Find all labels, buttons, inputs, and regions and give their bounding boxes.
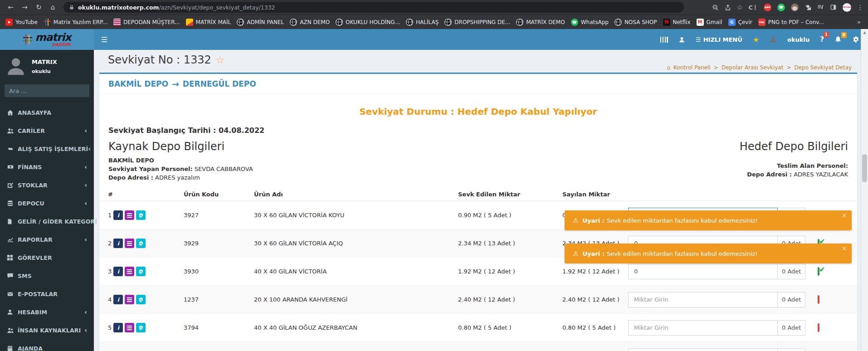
bookmark-admin-panel[interactable]: ADMİN PANEL [237,19,284,26]
scrollbar-up-icon[interactable]: ▲ [861,29,868,36]
address-bar[interactable]: okuklu.matrixotoerp.com/azn/Sevkiyat/dep… [63,2,684,13]
bookmark-whatsapp[interactable]: WhatsApp [571,19,609,26]
quick-menu-button[interactable]: ☰HIZLI MENÜ [696,36,742,43]
qty-input[interactable] [628,264,778,279]
sidebar-item-epostalar[interactable]: E-POSTALAR [0,285,94,303]
header-username[interactable]: okuklu [787,36,809,43]
toast-close-icon[interactable]: × [841,211,847,219]
warning-icon: ⚠ [573,217,579,224]
sidebar-item-anasayfa[interactable]: ANASAYFA [0,103,94,122]
bookmark-youtube[interactable]: YouTube [5,19,38,26]
info-button[interactable]: i [113,239,123,248]
sidebar-item-gelir-gider[interactable]: GELİR / GİDER KATEGORİ [0,212,94,230]
page-scrollbar[interactable]: ▲ [861,29,868,351]
col-code: Ürün Kodu [184,191,254,198]
sidebar-item-gorevler[interactable]: GÖREVLER [0,249,94,267]
bookmark-matrix-erp[interactable]: Matrix Yazılım ERP... [44,19,107,26]
sidebar-item-alis-satis[interactable]: ALIŞ SATIŞ İŞLEMLERİ‹ [0,140,94,158]
list-button[interactable] [125,323,134,332]
sidebar-item-insan-kaynaklari[interactable]: İNSAN KAYNAKLARI‹ [0,321,94,339]
sidebar-item-raporlar[interactable]: RAPORLAR‹ [0,230,94,249]
settings-gears-icon[interactable] [852,36,860,43]
sync-button[interactable] [136,239,146,248]
list-button[interactable] [125,239,134,248]
bookmark-okuklu-holding[interactable]: OKUKLU HOLDİNG... [336,19,400,26]
sidebar-item-stoklar[interactable]: STOKLAR‹ [0,176,94,194]
back-icon[interactable]: ← [5,0,17,15]
extension-c-icon[interactable]: C⋮ [748,4,758,11]
breadcrumb-item[interactable]: Kontrol Paneli [673,64,711,71]
share-icon[interactable] [725,4,731,11]
bookmark-png-to-pdf[interactable]: PNG to PDF – Conv... [758,19,824,26]
puzzle-extensions-icon[interactable] [805,4,811,11]
sync-button[interactable] [136,323,146,332]
monkey-extension-icon[interactable] [791,4,799,11]
reload-icon[interactable]: ↻ [33,0,45,15]
qty-input[interactable] [628,320,778,336]
toast-message: Sevk edilen miktardan fazlasını kabul ed… [607,250,758,257]
side-panel-icon[interactable] [830,4,837,10]
favorites-star-icon[interactable]: ★ [753,35,759,44]
info-button[interactable]: i [113,210,123,220]
qty-input[interactable] [628,348,778,351]
sidebar-user-panel: MATRIX okuklu [0,50,94,80]
info-button[interactable]: i [113,267,123,276]
bookmark-azn-demo[interactable]: AZN DEMO [290,19,330,26]
sidebar-item-hesabim[interactable]: HESABIM‹ [0,303,94,321]
sidebar-toggle-icon[interactable]: ☰ [94,35,115,44]
row-checkbox[interactable] [818,295,819,304]
forward-icon[interactable]: → [19,0,31,15]
bookmark-matrix-mail[interactable]: MATRİX MAİL [186,19,231,26]
help-button[interactable]: ?1 [820,35,824,44]
toast-close-icon[interactable]: × [841,244,847,253]
bookmarks-overflow-icon[interactable]: » [857,19,863,25]
sync-button[interactable] [136,267,146,276]
bookmark-matrix-demo[interactable]: MATRİX DEMO [516,19,565,26]
row-checkbox[interactable] [818,323,819,332]
sidebar-item-sms[interactable]: SMS [0,267,94,285]
bookmark-nosa-shop[interactable]: NOSA SHOP [614,19,657,26]
sidebar-item-cariler[interactable]: CARİLER‹ [0,122,94,140]
people-icon [7,327,18,334]
favorite-star-icon[interactable]: ☆ [216,54,225,66]
profile-avatar[interactable]: DEPODAN [843,3,851,12]
music-queue-icon[interactable] [817,4,824,10]
adet-addon: 0 Adet [778,292,805,307]
bookmark-netflix[interactable]: Netflix [663,19,691,26]
info-button[interactable]: i [113,295,123,304]
bookmark-star-icon[interactable]: ☆ [737,4,743,11]
browser-home-icon[interactable]: ⌂ [47,0,59,15]
notifications-bell-icon[interactable]: 8 [834,36,842,43]
browser-menu-icon[interactable]: ⋮ [857,4,863,11]
columns-icon[interactable] [660,37,668,43]
route-arrow-icon: → [172,79,179,89]
sidebar-item-depocu[interactable]: DEPOCU‹ [0,194,94,212]
list-button[interactable] [125,210,134,220]
sync-button[interactable] [136,210,146,220]
bookmark-gmail[interactable]: Gmail [697,19,722,26]
breadcrumb-item[interactable]: Depolar Arası Sevkiyat [722,64,783,71]
matrix-logo[interactable]: matrixyazılım [0,29,94,50]
list-button[interactable] [125,267,134,276]
bookmark-halilas[interactable]: HALİLAŞ [406,19,439,26]
bookmark-cevir[interactable]: Çevir [728,19,752,26]
row-checkbox[interactable]: ✔ [818,267,819,276]
info-button[interactable]: i [113,323,123,332]
toast-message: Sevk edilen miktardan fazlasını kabul ed… [607,217,758,224]
bookmark-dropshipping[interactable]: DROPSHIPPING DE... [444,19,510,26]
header-actions: ☰HIZLI MENÜ ★ okuklu ?1 8 [660,35,868,44]
qty-input[interactable] [628,292,778,307]
zoom-out-icon[interactable] [712,4,719,11]
scrollbar-thumb[interactable] [862,154,867,182]
sidebar-item-ajanda[interactable]: AJANDA [0,339,94,351]
list-button[interactable] [125,295,134,304]
table-header: # Ürün Kodu Ürün Adı Sevk Edilen Miktar … [99,188,857,201]
whatsapp-extension-icon[interactable]: ☎ [777,4,785,11]
bookmark-depodan[interactable]: DEPODAN MÜŞTER... [113,19,180,26]
user-white-icon[interactable] [678,36,685,43]
sidebar-search-input[interactable] [5,88,89,94]
sidebar-item-finans[interactable]: FİNANS‹ [0,158,94,176]
adblock-icon[interactable]: ABP [764,4,771,11]
sync-button[interactable] [136,295,146,304]
profile-person-icon[interactable] [770,36,777,43]
